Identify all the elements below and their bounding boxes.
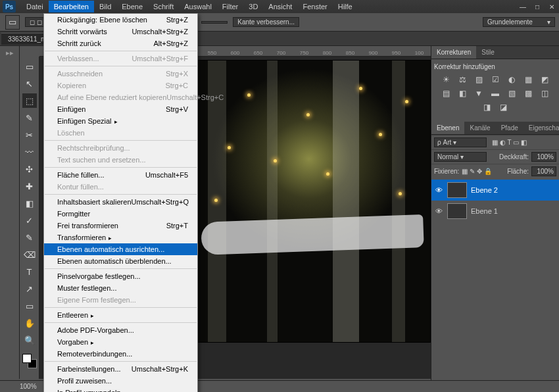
tool-9[interactable]: ✓ — [22, 213, 37, 228]
menu-item[interactable]: Einfügen Spezial — [44, 115, 197, 127]
adjustment-icon-7[interactable]: ▤ — [440, 88, 452, 99]
refine-edge-button[interactable]: Kante verbessern... — [233, 17, 299, 27]
tab-properties[interactable]: Eigenschaften — [523, 122, 559, 134]
menu-auswahl[interactable]: Auswahl — [179, 1, 217, 12]
visibility-icon[interactable]: 👁 — [434, 186, 443, 194]
document-image — [187, 60, 431, 343]
adjustment-icon-10[interactable]: ▬ — [489, 88, 501, 99]
adjustment-icon-1[interactable]: ⚖ — [456, 74, 468, 85]
menu-item[interactable]: Ebenen automatisch überblenden... — [44, 255, 197, 267]
adjustment-icon-14[interactable]: ◨ — [481, 102, 493, 112]
fill-input[interactable]: 100% — [531, 166, 556, 176]
menu-item[interactable]: Transformieren — [44, 232, 197, 243]
collapsed-panel-dock[interactable]: ▸▸ — [0, 46, 20, 379]
menu-item[interactable]: Adobe PDF-Vorgaben... — [44, 324, 197, 336]
menu-item[interactable]: In Profil umwandeln... — [44, 387, 197, 392]
maximize-button[interactable]: □ — [530, 1, 545, 12]
tab-paths[interactable]: Pfade — [496, 122, 523, 134]
tool-10[interactable]: ✎ — [22, 230, 37, 245]
menu-item[interactable]: Pinselvorgabe festlegen... — [44, 270, 197, 282]
tool-12[interactable]: T — [22, 264, 37, 279]
tool-5[interactable]: 〰 — [22, 145, 37, 159]
lock-icons[interactable]: ▦ ✎ ✥ 🔒 — [462, 168, 491, 175]
tab-adjustments[interactable]: Korrekturen — [431, 46, 476, 59]
tool-13[interactable]: ↗ — [22, 282, 37, 296]
menu-bild[interactable]: Bild — [94, 1, 116, 12]
adjustment-icon-0[interactable]: ☀ — [440, 74, 452, 85]
menu-item[interactable]: Frei transformierenStrg+T — [44, 220, 197, 232]
right-panel-dock: Korrekturen Stile Korrektur hinzufügen ☀… — [431, 46, 559, 380]
menu-item[interactable]: Formgitter — [44, 208, 197, 220]
tab-layers[interactable]: Ebenen — [431, 122, 464, 134]
tool-0[interactable]: ▭ — [22, 59, 37, 74]
menu-item[interactable]: Ebenen automatisch ausrichten... — [44, 243, 197, 255]
menu-item[interactable]: Remoteverbindungen... — [44, 348, 197, 360]
adjustment-icon-15[interactable]: ◪ — [498, 102, 510, 112]
tool-preset-icon[interactable]: ▭ — [5, 15, 20, 30]
tool-7[interactable]: ✚ — [22, 179, 37, 193]
adjustment-icon-2[interactable]: ▨ — [473, 74, 485, 85]
blend-mode-select[interactable]: Normal ▾ — [434, 152, 487, 162]
tool-11[interactable]: ⌫ — [22, 247, 37, 262]
menu-filter[interactable]: Filter — [217, 1, 243, 12]
tool-3[interactable]: ✎ — [22, 110, 37, 125]
menu-item[interactable]: Muster festlegen... — [44, 282, 197, 294]
menu-ebene[interactable]: Ebene — [116, 1, 148, 12]
tool-2[interactable]: ⬚ — [22, 93, 37, 108]
tool-15[interactable]: ✋ — [22, 316, 37, 330]
adjustments-title: Korrektur hinzufügen — [434, 63, 556, 70]
layer-row[interactable]: 👁Ebene 2 — [431, 180, 559, 201]
menu-item: Verblassen...Umschalt+Strg+F — [44, 53, 197, 64]
close-button[interactable]: ✕ — [545, 1, 559, 12]
opacity-label: Deckkraft: — [499, 153, 529, 160]
menu-item: Eigene Form festlegen... — [44, 294, 197, 306]
tool-6[interactable]: ✣ — [22, 162, 37, 176]
tool-1[interactable]: ↖ — [22, 76, 37, 91]
adjustment-icon-5[interactable]: ▦ — [522, 74, 534, 85]
menu-fenster[interactable]: Fenster — [297, 1, 332, 12]
tool-8[interactable]: ◧ — [22, 196, 37, 210]
opacity-input[interactable]: 100% — [531, 152, 556, 162]
menu-item[interactable]: Farbeinstellungen...Umschalt+Strg+K — [44, 363, 197, 375]
menu-hilfe[interactable]: Hilfe — [333, 1, 358, 12]
menu-item: Text suchen und ersetzen... — [44, 154, 197, 166]
menu-item[interactable]: Inhaltsbasiert skalierenUmschalt+Strg+Q — [44, 196, 197, 208]
tab-channels[interactable]: Kanäle — [464, 122, 495, 134]
layer-filter-select[interactable]: ρ Art ▾ — [434, 137, 487, 147]
zoom-level[interactable]: 100% — [20, 383, 37, 390]
adjustment-icon-11[interactable]: ▧ — [506, 88, 518, 99]
adjustment-icon-3[interactable]: ☑ — [489, 74, 501, 85]
window-controls: — □ ✕ — [516, 1, 559, 12]
menu-item[interactable]: Schritt zurückAlt+Strg+Z — [44, 37, 197, 49]
menu-item[interactable]: Schritt vorwärtsUmschalt+Strg+Z — [44, 26, 197, 37]
menu-bearbeiten[interactable]: Bearbeiten — [49, 1, 94, 12]
app-logo: Ps — [3, 1, 16, 12]
menu-3d[interactable]: 3D — [243, 1, 263, 12]
menu-schrift[interactable]: Schrift — [148, 1, 179, 12]
menu-item[interactable]: Fläche füllen...Umschalt+F5 — [44, 169, 197, 181]
adjustment-icon-13[interactable]: ◫ — [539, 88, 550, 99]
workspace-select[interactable]: Grundelemente▾ — [483, 17, 555, 27]
tool-14[interactable]: ▭ — [22, 299, 37, 313]
menu-item[interactable]: Profil zuweisen... — [44, 375, 197, 387]
adjustment-icon-6[interactable]: ◩ — [539, 74, 550, 85]
adjustment-icon-9[interactable]: ▼ — [473, 88, 485, 99]
menu-item[interactable]: Entleeren — [44, 309, 197, 321]
menu-datei[interactable]: Datei — [21, 1, 49, 12]
tab-styles[interactable]: Stile — [476, 46, 499, 59]
layer-row[interactable]: 👁Ebene 1 — [431, 201, 559, 222]
adjustment-icon-12[interactable]: ▩ — [522, 88, 534, 99]
tool-16[interactable]: 🔍 — [22, 333, 37, 347]
adjustment-icon-8[interactable]: ◧ — [456, 88, 468, 99]
adjustment-icon-4[interactable]: ◐ — [506, 74, 518, 85]
minimize-button[interactable]: — — [516, 1, 530, 12]
menu-item[interactable]: EinfügenStrg+V — [44, 103, 197, 115]
visibility-icon[interactable]: 👁 — [434, 207, 443, 215]
menu-item[interactable]: Vorgaben — [44, 336, 197, 348]
height-input[interactable] — [201, 21, 228, 24]
tool-4[interactable]: ✂ — [22, 128, 37, 142]
menu-item[interactable]: Rückgängig: Ebene löschenStrg+Z — [44, 14, 197, 26]
menu-ansicht[interactable]: Ansicht — [263, 1, 297, 12]
color-swatch[interactable] — [22, 354, 37, 368]
layer-thumb — [447, 182, 467, 198]
